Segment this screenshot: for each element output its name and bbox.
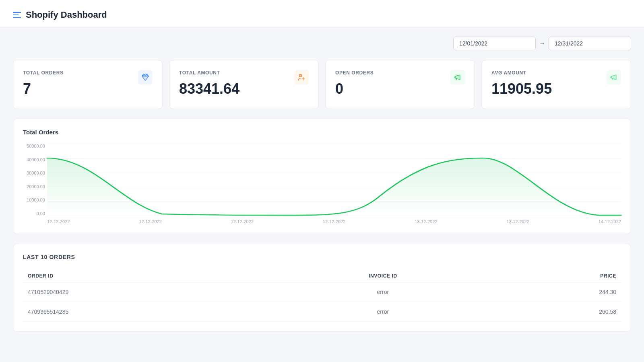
stat-value-open-orders: 0	[335, 80, 465, 97]
table-row: 4710529040429 error 244.30	[23, 282, 621, 302]
table-header: ORDER ID INVOICE ID PRICE	[23, 270, 621, 282]
stat-value-total-amount: 83341.64	[179, 80, 309, 97]
cell-order-id: 4709365514285	[23, 302, 284, 322]
stats-grid: TOTAL ORDERS 7 TOTAL AMOUNT 83341.64	[13, 60, 631, 109]
y-label-3: 30000.00	[23, 171, 45, 175]
stat-label-total-amount: TOTAL AMOUNT	[179, 70, 309, 76]
x-label-3: 12-12-2022	[323, 219, 345, 224]
stat-card-total-amount: TOTAL AMOUNT 83341.64	[169, 60, 319, 109]
orders-card: LAST 10 ORDERS ORDER ID INVOICE ID PRICE…	[13, 244, 631, 332]
chart-container: 50000.00 40000.00 30000.00 20000.00 1000…	[47, 144, 621, 224]
menu-icon[interactable]	[13, 12, 21, 18]
y-label-5: 50000.00	[23, 144, 45, 148]
y-label-1: 10000.00	[23, 197, 45, 202]
stat-label-open-orders: OPEN ORDERS	[335, 70, 465, 76]
stat-value-total-orders: 7	[23, 80, 153, 97]
megaphone-green-icon	[607, 70, 621, 84]
cell-price: 244.30	[482, 282, 621, 302]
col-invoice-id: INVOICE ID	[284, 270, 482, 282]
chart-card: Total Orders 50000.00 40000.00 30000.00 …	[13, 119, 631, 234]
x-label-0: 12-12-2022	[47, 219, 70, 224]
diamond-icon	[138, 70, 153, 84]
orders-table: ORDER ID INVOICE ID PRICE 4710529040429 …	[23, 270, 621, 322]
cell-invoice-id: error	[284, 302, 482, 322]
cell-invoice-id: error	[284, 282, 482, 302]
cell-price: 260.58	[482, 302, 621, 322]
date-filter: →	[13, 37, 631, 50]
table-header-row: ORDER ID INVOICE ID PRICE	[23, 270, 621, 282]
header: Shopify Dashboard	[0, 0, 644, 27]
cell-order-id: 4710529040429	[23, 282, 284, 302]
megaphone-icon	[450, 70, 465, 84]
y-label-2: 20000.00	[23, 184, 45, 189]
page-title: Shopify Dashboard	[26, 10, 107, 20]
col-price: PRICE	[482, 270, 621, 282]
table-row: 4709365514285 error 260.58	[23, 302, 621, 322]
stat-card-open-orders: OPEN ORDERS 0	[325, 60, 475, 109]
y-label-0: 0.00	[23, 211, 45, 216]
stat-value-avg-amount: 11905.95	[491, 80, 621, 97]
y-label-4: 40000.00	[23, 157, 45, 162]
x-label-6: 14-12-2022	[599, 219, 621, 224]
chart-x-labels: 12-12-2022 12-12-2022 12-12-2022 12-12-2…	[47, 219, 621, 224]
chart-y-labels: 50000.00 40000.00 30000.00 20000.00 1000…	[23, 144, 45, 216]
table-body: 4710529040429 error 244.30 4709365514285…	[23, 282, 621, 322]
stat-card-avg-amount: AVG AMOUNT 11905.95	[481, 60, 631, 109]
x-label-5: 13-12-2022	[506, 219, 529, 224]
col-order-id: ORDER ID	[23, 270, 284, 282]
user-add-icon	[294, 70, 309, 84]
stat-label-total-orders: TOTAL ORDERS	[23, 70, 153, 76]
stat-card-total-orders: TOTAL ORDERS 7	[13, 60, 163, 109]
start-date-input[interactable]	[453, 37, 536, 50]
x-label-4: 13-12-2022	[415, 219, 437, 224]
orders-table-title: LAST 10 ORDERS	[23, 254, 621, 260]
x-label-1: 12-12-2022	[139, 219, 161, 224]
date-arrow-icon: →	[539, 40, 545, 47]
stat-label-avg-amount: AVG AMOUNT	[491, 70, 621, 76]
chart-title: Total Orders	[23, 129, 621, 136]
svg-point-7	[299, 74, 302, 77]
x-label-2: 12-12-2022	[231, 219, 254, 224]
chart-svg	[47, 144, 621, 216]
end-date-input[interactable]	[549, 37, 631, 50]
main-content: → TOTAL ORDERS 7 TOTAL AMOUNT 83341	[0, 27, 644, 341]
